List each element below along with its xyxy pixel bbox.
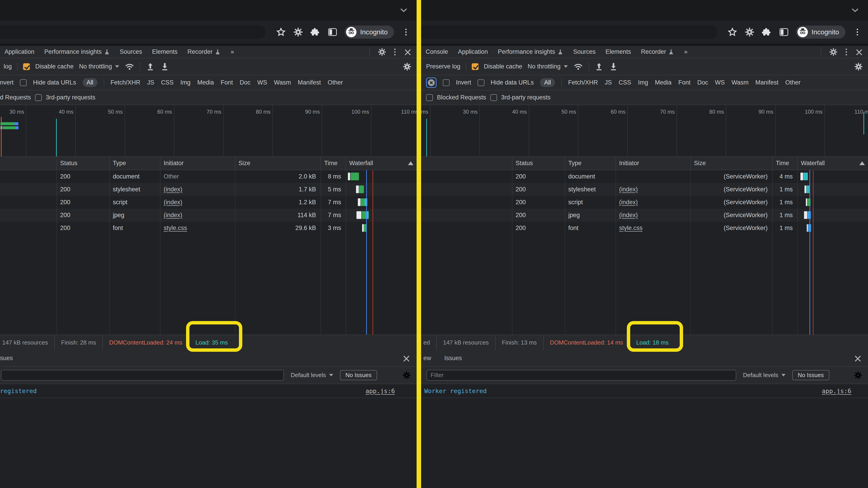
filter-type-other[interactable]: Other xyxy=(328,79,343,86)
column-header-initiator[interactable]: Initiator xyxy=(616,157,691,170)
devtools-close-icon[interactable]: × xyxy=(855,47,864,57)
clear-filter-icon[interactable] xyxy=(426,77,436,88)
column-header-waterfall[interactable]: Waterfall xyxy=(798,157,868,170)
more-tabs-button[interactable]: » xyxy=(684,48,687,55)
initiator-cell[interactable]: (index) xyxy=(616,209,691,222)
filter-type-font[interactable]: Font xyxy=(678,79,690,86)
devtools-tab-recorder[interactable]: Recorder xyxy=(641,48,674,55)
request-row[interactable]: 200script(index)1.2 kB7 ms xyxy=(0,196,416,209)
filter-type-css[interactable]: CSS xyxy=(619,79,631,86)
blocked-requests-label[interactable]: d Requests xyxy=(0,94,31,101)
request-row[interactable]: 200fontstyle.css(ServiceWorker)1 ms xyxy=(421,222,868,234)
request-row[interactable]: 200documentOther2.0 kB8 ms xyxy=(0,170,416,183)
devtools-tab-console[interactable]: Console xyxy=(426,48,448,55)
filter-type-doc[interactable]: Doc xyxy=(698,79,708,86)
filter-type-js[interactable]: JS xyxy=(604,79,612,86)
address-bar[interactable] xyxy=(0,26,266,39)
initiator-cell[interactable]: (index) xyxy=(616,183,691,196)
no-issues-button[interactable]: No Issues xyxy=(340,370,377,380)
filter-type-css[interactable]: CSS xyxy=(161,79,174,86)
filter-type-ws[interactable]: WS xyxy=(715,79,725,86)
window-chevron-icon[interactable] xyxy=(850,5,860,15)
drawer-tab-issues[interactable]: Issues xyxy=(444,355,462,362)
drawer-close-icon[interactable]: × xyxy=(853,353,862,363)
devtools-settings-icon[interactable] xyxy=(377,47,386,57)
console-source-link[interactable]: app.js:6 xyxy=(366,387,395,394)
filter-type-media[interactable]: Media xyxy=(197,79,214,86)
console-filter-input[interactable] xyxy=(1,370,284,381)
extension-gear-icon[interactable] xyxy=(744,27,755,37)
request-row[interactable]: 200fontstyle.css29.6 kB3 ms xyxy=(0,222,416,234)
drawer-tab-ew[interactable]: ew xyxy=(423,355,431,362)
drawer-tab-sues[interactable]: sues xyxy=(0,355,13,362)
devtools-tab-elements[interactable]: Elements xyxy=(152,48,178,55)
request-row[interactable]: 200stylesheet(index)(ServiceWorker)1 ms xyxy=(421,183,868,196)
column-header-type[interactable]: Type xyxy=(110,157,160,170)
initiator-cell[interactable]: (index) xyxy=(616,196,691,209)
console-empty-area[interactable] xyxy=(0,398,416,488)
preserve-log-label[interactable]: log xyxy=(4,63,12,70)
address-bar[interactable] xyxy=(421,26,717,39)
column-header-waterfall[interactable]: Waterfall xyxy=(346,157,416,170)
log-levels-select[interactable]: Default levels xyxy=(291,372,333,379)
hide-data-urls-label[interactable]: Hide data URLs xyxy=(33,79,76,86)
more-tabs-button[interactable]: » xyxy=(230,48,234,55)
extension-gear-icon[interactable] xyxy=(293,27,303,37)
filter-type-other[interactable]: Other xyxy=(785,79,801,86)
devtools-menu-icon[interactable] xyxy=(394,48,396,55)
initiator-cell[interactable]: style.css xyxy=(616,222,691,234)
initiator-cell[interactable]: (index) xyxy=(160,196,235,209)
network-overview-timeline[interactable]: ms30 ms40 ms50 ms60 ms70 ms80 ms90 ms100… xyxy=(421,105,868,157)
initiator-cell[interactable]: style.css xyxy=(160,222,235,234)
column-header-time[interactable]: Time xyxy=(773,157,798,170)
export-har-icon[interactable] xyxy=(160,62,169,71)
network-settings-icon[interactable] xyxy=(403,62,412,71)
browser-menu-icon[interactable] xyxy=(852,27,863,37)
import-har-icon[interactable] xyxy=(146,62,155,71)
invert-label[interactable]: nvert xyxy=(0,79,13,86)
column-header-status[interactable]: Status xyxy=(513,157,565,170)
side-panel-icon[interactable] xyxy=(779,27,789,37)
filter-type-doc[interactable]: Doc xyxy=(240,79,250,86)
devtools-close-icon[interactable]: × xyxy=(403,47,412,57)
network-conditions-icon[interactable] xyxy=(573,62,583,72)
extensions-puzzle-icon[interactable] xyxy=(762,27,772,37)
column-header-size[interactable]: Size xyxy=(235,157,321,170)
filter-type-media[interactable]: Media xyxy=(655,79,672,86)
filter-type-img[interactable]: Img xyxy=(638,79,648,86)
request-row[interactable]: 200document(ServiceWorker)4 ms xyxy=(421,170,868,183)
browser-menu-icon[interactable] xyxy=(401,27,411,37)
hide-data-urls-checkbox[interactable] xyxy=(477,79,485,86)
console-source-link[interactable]: app.js:6 xyxy=(822,387,851,394)
blocked-requests-checkbox[interactable] xyxy=(426,94,433,101)
side-panel-icon[interactable] xyxy=(327,27,338,37)
throttling-select[interactable]: No throttling xyxy=(528,63,568,70)
console-settings-icon[interactable] xyxy=(402,371,411,380)
initiator-cell[interactable]: (index) xyxy=(160,183,235,196)
filter-type-all[interactable]: All xyxy=(540,78,555,87)
invert-label[interactable]: Invert xyxy=(456,79,471,86)
filter-type-wasm[interactable]: Wasm xyxy=(732,79,749,86)
throttling-select[interactable]: No throttling xyxy=(79,63,119,70)
column-header-status[interactable]: Status xyxy=(57,157,110,170)
filter-type-fetch-xhr[interactable]: Fetch/XHR xyxy=(111,79,141,86)
filter-type-img[interactable]: Img xyxy=(180,79,191,86)
hide-data-urls-checkbox[interactable] xyxy=(20,79,27,86)
console-filter-input[interactable] xyxy=(427,370,736,381)
bookmark-star-icon[interactable] xyxy=(276,27,286,37)
log-levels-select[interactable]: Default levels xyxy=(743,372,785,379)
console-empty-area[interactable] xyxy=(421,398,868,488)
bookmark-star-icon[interactable] xyxy=(727,27,738,37)
devtools-tab-elements[interactable]: Elements xyxy=(606,48,631,55)
hide-data-urls-label[interactable]: Hide data URLs xyxy=(491,79,534,86)
devtools-settings-icon[interactable] xyxy=(829,47,838,57)
filter-type-manifest[interactable]: Manifest xyxy=(755,79,778,86)
column-header-size[interactable]: Size xyxy=(691,157,773,170)
third-party-label[interactable]: 3rd-party requests xyxy=(501,94,551,101)
filter-type-ws[interactable]: WS xyxy=(257,79,267,86)
third-party-label[interactable]: 3rd-party requests xyxy=(46,94,95,101)
drawer-close-icon[interactable]: × xyxy=(402,353,411,363)
devtools-tab-application[interactable]: Application xyxy=(4,48,34,55)
filter-type-wasm[interactable]: Wasm xyxy=(274,79,291,86)
request-row[interactable]: 200jpeg(index)(ServiceWorker)1 ms xyxy=(421,209,868,222)
